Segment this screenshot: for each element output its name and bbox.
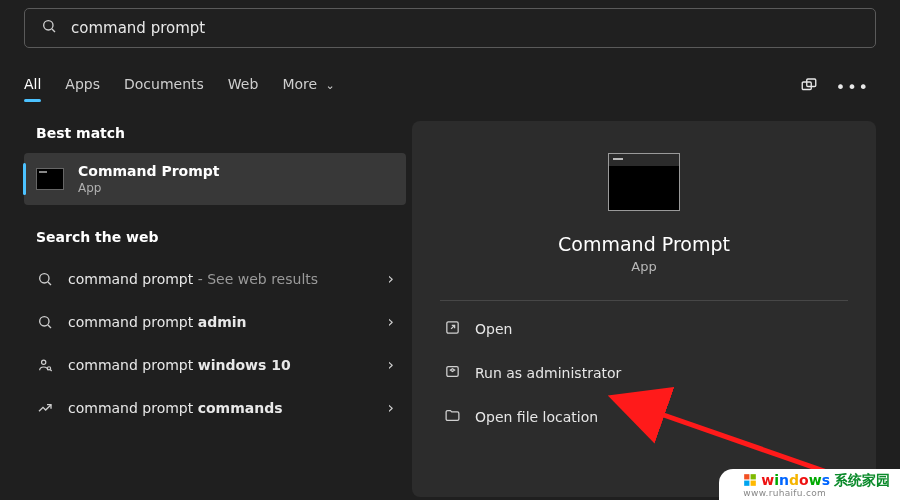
best-match-title: Command Prompt bbox=[78, 163, 219, 179]
best-match-text: Command Prompt App bbox=[78, 163, 219, 195]
web-result-item[interactable]: command prompt windows 10 › bbox=[24, 343, 406, 386]
more-options-icon[interactable]: ••• bbox=[836, 78, 870, 97]
results-area: Best match Command Prompt App Search the… bbox=[0, 121, 900, 497]
svg-point-4 bbox=[40, 273, 49, 282]
svg-line-5 bbox=[48, 282, 51, 285]
watermark-suffix: 系统家园 bbox=[834, 473, 890, 487]
best-match-heading: Best match bbox=[36, 125, 406, 141]
svg-point-0 bbox=[44, 21, 53, 30]
search-input[interactable] bbox=[71, 19, 859, 37]
command-prompt-large-icon bbox=[608, 153, 680, 211]
results-left-column: Best match Command Prompt App Search the… bbox=[0, 121, 412, 497]
svg-rect-14 bbox=[745, 474, 750, 479]
web-result-label: command prompt windows 10 bbox=[68, 357, 374, 373]
svg-point-9 bbox=[47, 366, 50, 369]
watermark-url: www.ruhaifu.com bbox=[743, 489, 826, 498]
result-preview-panel: Command Prompt App Open Run as administr… bbox=[412, 121, 876, 497]
web-result-item[interactable]: command prompt - See web results › bbox=[24, 257, 406, 300]
tab-web[interactable]: Web bbox=[228, 72, 259, 102]
chevron-right-icon: › bbox=[388, 398, 394, 417]
web-result-label: command prompt commands bbox=[68, 400, 374, 416]
action-label: Open file location bbox=[475, 409, 598, 425]
open-icon bbox=[444, 319, 461, 339]
command-prompt-icon bbox=[36, 168, 64, 190]
web-result-label: command prompt - See web results bbox=[68, 271, 374, 287]
search-icon bbox=[36, 271, 54, 287]
action-open[interactable]: Open bbox=[440, 307, 848, 351]
trending-icon bbox=[36, 400, 54, 416]
windows-logo-icon bbox=[743, 473, 757, 487]
tab-documents[interactable]: Documents bbox=[124, 72, 204, 102]
search-filter-row: All Apps Documents Web More ⌄ ••• bbox=[24, 72, 876, 103]
web-result-item[interactable]: command prompt commands › bbox=[24, 386, 406, 429]
svg-rect-16 bbox=[745, 481, 750, 486]
svg-rect-15 bbox=[751, 474, 756, 479]
shield-icon bbox=[444, 363, 461, 383]
search-icon bbox=[36, 314, 54, 330]
watermark: windows 系统家园 www.ruhaifu.com bbox=[719, 469, 900, 500]
searchbar[interactable] bbox=[24, 8, 876, 48]
folder-icon bbox=[444, 407, 461, 427]
svg-line-1 bbox=[52, 29, 55, 32]
action-label: Run as administrator bbox=[475, 365, 621, 381]
tab-apps[interactable]: Apps bbox=[65, 72, 100, 102]
chevron-right-icon: › bbox=[388, 312, 394, 331]
web-result-label: command prompt admin bbox=[68, 314, 374, 330]
action-open-file-location[interactable]: Open file location bbox=[440, 395, 848, 439]
svg-rect-17 bbox=[751, 481, 756, 486]
search-filter-tabs: All Apps Documents Web More ⌄ bbox=[24, 72, 800, 102]
svg-line-7 bbox=[48, 325, 51, 328]
chevron-down-icon: ⌄ bbox=[326, 79, 335, 92]
preview-subtitle: App bbox=[440, 259, 848, 274]
devices-icon[interactable] bbox=[800, 76, 818, 98]
search-web-heading: Search the web bbox=[36, 229, 406, 245]
svg-point-6 bbox=[40, 316, 49, 325]
tab-more-label: More bbox=[282, 76, 317, 92]
preview-title: Command Prompt bbox=[440, 233, 848, 255]
best-match-item[interactable]: Command Prompt App bbox=[24, 153, 406, 205]
web-result-item[interactable]: command prompt admin › bbox=[24, 300, 406, 343]
svg-point-8 bbox=[42, 360, 46, 364]
person-search-icon bbox=[36, 357, 54, 373]
chevron-right-icon: › bbox=[388, 355, 394, 374]
search-icon bbox=[41, 18, 57, 38]
action-run-as-administrator[interactable]: Run as administrator bbox=[440, 351, 848, 395]
best-match-subtitle: App bbox=[78, 181, 219, 195]
svg-line-10 bbox=[50, 369, 51, 370]
chevron-right-icon: › bbox=[388, 269, 394, 288]
divider bbox=[440, 300, 848, 301]
tab-all[interactable]: All bbox=[24, 72, 41, 102]
action-label: Open bbox=[475, 321, 512, 337]
tab-more[interactable]: More ⌄ bbox=[282, 72, 334, 102]
